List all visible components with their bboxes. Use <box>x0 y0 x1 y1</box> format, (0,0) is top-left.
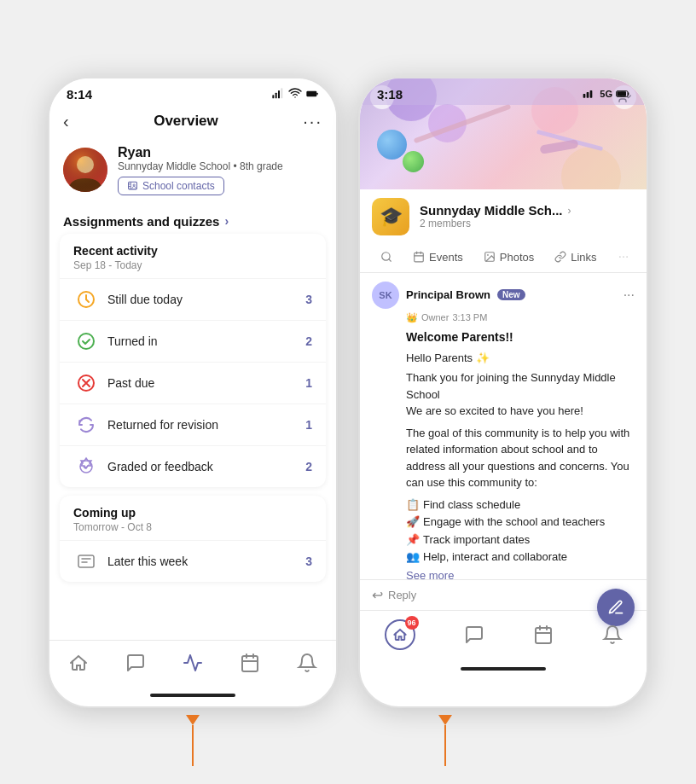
home-notification-badge: 96 <box>405 616 419 630</box>
nav-activity[interactable] <box>176 649 210 677</box>
avatar-inner <box>63 148 107 192</box>
page-title: Overview <box>154 113 218 130</box>
right-status-bar: 3:18 5G <box>360 78 647 105</box>
group-emoji: 🎓 <box>380 206 403 228</box>
svg-rect-3 <box>281 88 282 98</box>
msg-list-item-2-text: Engage with the school and teachers <box>423 514 605 531</box>
links-icon <box>554 251 566 263</box>
school-contacts-button[interactable]: School contacts <box>118 177 224 195</box>
compose-icon <box>607 599 624 616</box>
messages-area[interactable]: SK Principal Brown New ··· 👑 Owner 3:13 … <box>360 273 647 579</box>
right-nav-chat[interactable] <box>464 624 484 645</box>
svg-rect-22 <box>628 92 629 95</box>
svg-point-8 <box>63 148 107 192</box>
tab-links[interactable]: Links <box>544 244 606 272</box>
activity-row-graded[interactable]: Graded or feedback 2 <box>60 445 326 487</box>
reply-arrow-icon: ↩ <box>372 587 383 603</box>
svg-rect-1 <box>276 93 277 99</box>
svg-point-28 <box>623 256 624 257</box>
coming-up-row[interactable]: Later this week 3 <box>60 540 326 582</box>
msg-author-row: SK Principal Brown New ··· <box>372 282 635 309</box>
list-icon <box>73 549 99 574</box>
nav-chat[interactable] <box>119 649 153 677</box>
group-chevron: › <box>568 205 571 217</box>
later-this-week-count: 3 <box>305 555 312 568</box>
left-home-bar <box>150 694 235 697</box>
activity-row-returned[interactable]: Returned for revision 1 <box>60 404 326 445</box>
clock-icon <box>73 287 99 312</box>
right-battery-icon <box>616 87 629 101</box>
scene: 8:14 ‹ Overview ··· <box>0 0 696 784</box>
wifi-icon <box>288 87 302 101</box>
coming-up-card: Coming up Tomorrow - Oct 8 Later this we… <box>60 496 326 582</box>
msg-author-name: Principal Brown <box>406 288 490 301</box>
left-arrow-line <box>192 725 194 766</box>
more-icon <box>618 251 629 263</box>
right-nav-bell[interactable] <box>602 624 623 645</box>
recent-activity-card: Recent activity Sep 18 - Today Still due… <box>60 234 326 487</box>
compose-fab[interactable] <box>597 589 635 626</box>
right-calendar-icon <box>533 624 554 645</box>
right-nav-calendar[interactable] <box>533 624 554 645</box>
turned-in-label: Turned in <box>107 334 158 348</box>
turned-in-count: 2 <box>305 334 312 348</box>
assignments-header[interactable]: Assignments and quizzes › <box>49 206 336 234</box>
msg-intro: Thank you for joining the Sunnyday Middl… <box>406 369 635 420</box>
nav-home[interactable] <box>61 649 96 677</box>
nav-calendar[interactable] <box>233 649 267 677</box>
msg-greeting: Hello Parents ✨ <box>406 350 635 367</box>
svg-point-29 <box>626 256 627 257</box>
nav-bell[interactable] <box>290 649 324 677</box>
group-members: 2 members <box>420 218 571 229</box>
svg-rect-15 <box>78 555 94 567</box>
see-more-button[interactable]: See more <box>406 569 635 579</box>
profile-school: Sunnyday Middle School • 8th grade <box>118 160 283 172</box>
msg-time: 3:13 PM <box>452 312 487 322</box>
avatar <box>63 148 107 192</box>
msg-body-text: The goal of this community is to help yo… <box>406 425 635 491</box>
recent-activity-subtitle: Sep 18 - Today <box>60 259 326 278</box>
left-arrow <box>186 715 200 766</box>
svg-point-30 <box>619 256 620 257</box>
svg-rect-5 <box>316 93 317 96</box>
svg-rect-21 <box>617 91 626 96</box>
coming-up-subtitle: Tomorrow - Oct 8 <box>60 521 326 540</box>
graded-count: 2 <box>305 460 312 473</box>
tab-events[interactable]: Events <box>403 244 473 272</box>
left-bottom-nav <box>49 640 336 688</box>
tab-photos[interactable]: Photos <box>473 244 544 272</box>
tab-photos-label: Photos <box>500 251 534 264</box>
activity-row-turned-in[interactable]: Turned in 2 <box>60 320 326 362</box>
right-phone-content: ‹ 🎓 Sunnyday Middle S <box>360 78 647 672</box>
right-nav-home[interactable]: 96 <box>385 619 415 650</box>
tab-search[interactable] <box>370 244 403 271</box>
msg-list-item-1-text: Find class schedule <box>423 497 520 514</box>
right-arrow-head <box>438 715 452 725</box>
activity-row-still-due[interactable]: Still due today 3 <box>60 278 326 320</box>
right-phone-wrapper: 3:18 5G <box>358 77 648 708</box>
msg-more-button[interactable]: ··· <box>624 287 635 303</box>
past-due-count: 1 <box>305 376 312 390</box>
right-bell-icon <box>602 624 623 645</box>
right-chat-icon <box>464 624 484 645</box>
msg-title: Welcome Parents!! <box>406 328 635 346</box>
left-phone-wrapper: 8:14 ‹ Overview ··· <box>48 77 338 708</box>
left-phone: 8:14 ‹ Overview ··· <box>48 77 338 708</box>
refresh-icon <box>73 412 99 438</box>
tab-more[interactable] <box>607 244 640 271</box>
more-button[interactable]: ··· <box>303 112 322 131</box>
activity-row-past-due[interactable]: Past due 1 <box>60 362 326 404</box>
svg-rect-19 <box>590 90 593 98</box>
back-button[interactable]: ‹ <box>63 112 69 131</box>
profile-section: Ryan Sunnyday Middle School • 8th grade … <box>49 138 336 206</box>
tab-events-label: Events <box>429 251 463 264</box>
later-this-week-label: Later this week <box>107 555 188 568</box>
network-label: 5G <box>600 89 612 99</box>
svg-point-12 <box>78 334 94 349</box>
msg-list-item-4-text: Help, interact and collaborate <box>423 549 567 566</box>
msg-role-time: 👑 Owner 3:13 PM <box>406 312 635 323</box>
events-icon <box>413 251 425 263</box>
returned-count: 1 <box>305 418 312 432</box>
still-due-count: 3 <box>305 293 312 306</box>
battery-icon <box>305 87 319 101</box>
